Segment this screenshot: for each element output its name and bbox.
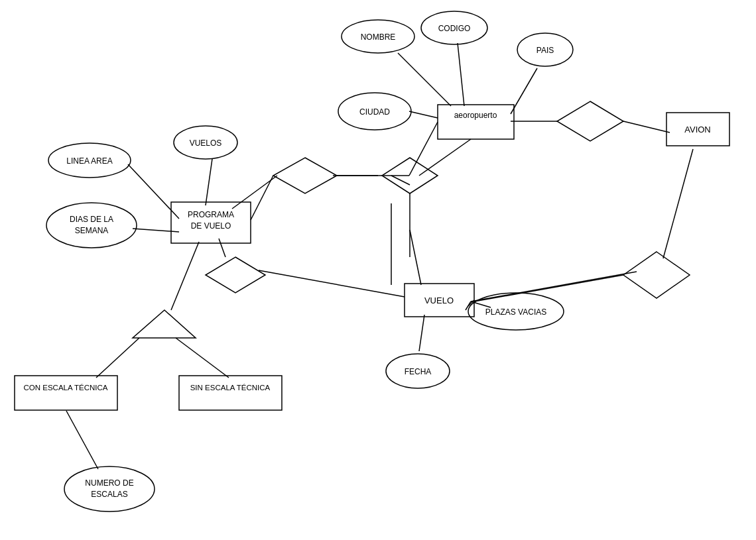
label-dias-semana-2: SEMANA — [75, 226, 109, 235]
er-diagram: NOMBRE CODIGO PAIS CIUDAD aeoropuerto AV… — [0, 0, 756, 540]
svg-line-5 — [623, 121, 670, 133]
svg-line-3 — [409, 111, 438, 118]
label-dias-semana-1: DIAS DE LA — [70, 215, 113, 224]
label-plazas-vacias: PLAZAS VACIAS — [485, 307, 546, 317]
entity-aeropuerto — [438, 105, 514, 139]
relationship-aeropuerto-avion — [557, 101, 623, 141]
relationship-prog-vuelo — [206, 257, 265, 293]
label-codigo: CODIGO — [438, 24, 471, 33]
svg-line-1 — [458, 43, 464, 106]
label-vuelo: VUELO — [424, 296, 454, 305]
svg-line-2 — [511, 68, 537, 114]
label-programa-vuelo-1: PROGRAMA — [188, 210, 234, 219]
label-fecha: FECHA — [405, 367, 432, 376]
svg-line-15 — [206, 159, 212, 205]
svg-line-6 — [419, 139, 471, 176]
label-numero-escalas-1: NUMERO DE — [85, 478, 133, 488]
attribute-numero-escalas — [64, 466, 155, 512]
svg-line-29 — [251, 176, 273, 220]
svg-line-19 — [419, 315, 424, 351]
label-programa-vuelo-2: DE VUELO — [191, 221, 231, 231]
relationship-prog-aeropuerto1 — [273, 158, 337, 193]
entity-sin-escala — [179, 376, 282, 410]
svg-line-25 — [66, 411, 98, 469]
svg-line-12 — [219, 239, 225, 257]
label-ciudad: CIUDAD — [359, 107, 390, 117]
label-numero-escalas-2: ESCALAS — [91, 490, 127, 499]
label-sin-escala-1: SIN ESCALA TÉCNICA — [190, 384, 271, 392]
svg-line-8 — [410, 230, 421, 285]
svg-line-24 — [176, 338, 229, 378]
svg-line-13 — [259, 270, 405, 297]
generalization-triangle — [133, 310, 196, 338]
label-avion: AVION — [684, 125, 711, 135]
svg-line-20 — [663, 149, 693, 258]
svg-line-22 — [171, 242, 199, 310]
label-vuelos: VUELOS — [190, 138, 222, 148]
svg-line-0 — [398, 53, 451, 106]
label-con-escala-1: CON ESCALA TÉCNICA — [24, 384, 108, 392]
entity-con-escala — [15, 376, 117, 410]
label-linea-area: LINEA AREA — [66, 156, 112, 166]
svg-line-31 — [409, 122, 438, 176]
label-pais: PAIS — [536, 46, 554, 55]
svg-line-23 — [96, 338, 139, 378]
svg-line-21 — [471, 272, 637, 301]
svg-line-16 — [133, 229, 179, 232]
label-aeropuerto: aeoropuerto — [454, 111, 497, 120]
attribute-dias-semana — [46, 203, 137, 248]
label-nombre: NOMBRE — [361, 32, 396, 42]
relationship-avion-vuelo — [623, 252, 690, 298]
